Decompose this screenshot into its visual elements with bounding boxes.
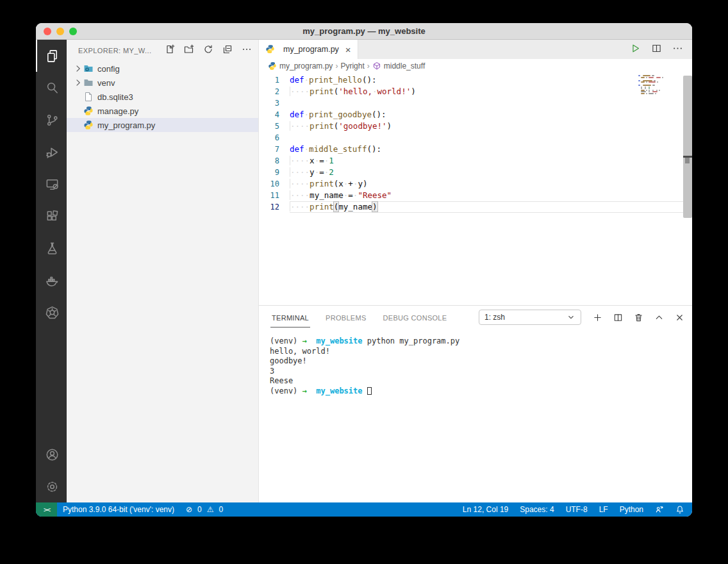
- remote-explorer-icon[interactable]: [36, 168, 67, 200]
- line-number: 12: [259, 201, 290, 213]
- code-line[interactable]: 4def·print_goodbye():: [259, 109, 692, 120]
- new-file-icon[interactable]: [165, 44, 175, 57]
- file-tree-item-manage.py[interactable]: manage.py: [67, 104, 258, 118]
- more-actions-icon[interactable]: [672, 43, 683, 56]
- refresh-icon[interactable]: [203, 44, 213, 57]
- breadcrumb-item[interactable]: Pyright: [340, 62, 364, 70]
- line-number: 11: [259, 190, 290, 201]
- code-line[interactable]: 11····my_name·=·"Reese": [259, 190, 692, 201]
- panel-tabs: TERMINAL PROBLEMS DEBUG CONSOLE: [270, 308, 448, 328]
- scrollbar-handle[interactable]: [685, 158, 690, 163]
- terminal-text: goodbye!: [270, 356, 307, 365]
- docker-icon[interactable]: [36, 264, 67, 296]
- terminal-line: goodbye!: [270, 356, 692, 367]
- new-folder-icon[interactable]: [184, 44, 194, 57]
- more-actions-icon[interactable]: [242, 44, 252, 57]
- explorer-icon[interactable]: [36, 40, 67, 72]
- maximize-panel-icon[interactable]: [654, 313, 664, 322]
- file-name: config: [97, 64, 120, 74]
- breadcrumb: my_program.py›Pyright›middle_stuff: [259, 59, 692, 73]
- file-tree-item-config[interactable]: config: [67, 62, 258, 76]
- close-panel-icon[interactable]: [675, 313, 684, 322]
- code-text: def·middle_stuff():: [290, 144, 692, 155]
- extensions-icon[interactable]: [36, 200, 67, 232]
- kill-terminal-icon[interactable]: [634, 313, 643, 322]
- indentation-status[interactable]: Spaces: 4: [514, 505, 559, 514]
- code-editor[interactable]: 1def·print_hello():2····print('hello,·wo…: [259, 73, 692, 305]
- file-name: my_program.py: [97, 120, 155, 130]
- code-line[interactable]: 3: [259, 97, 692, 109]
- chevron-right-icon[interactable]: [73, 63, 83, 74]
- testing-icon[interactable]: [36, 232, 67, 264]
- activity-bar: [36, 40, 67, 502]
- minimap[interactable]: [638, 75, 678, 94]
- code-line[interactable]: 12····print(my_name): [259, 201, 692, 213]
- code-line[interactable]: 2····print('hello,·world!'): [259, 86, 692, 97]
- tab-terminal[interactable]: TERMINAL: [270, 308, 310, 328]
- folder-config-icon: [83, 63, 94, 74]
- accounts-icon[interactable]: [36, 438, 67, 470]
- terminal-picker-dropdown[interactable]: 1: zsh: [479, 310, 581, 325]
- explorer-actions: [165, 44, 252, 57]
- source-control-icon[interactable]: [36, 104, 67, 136]
- tab-label: my_program.py: [283, 45, 339, 54]
- line-number: 1: [259, 74, 290, 86]
- code-line[interactable]: 10····print(x·+·y): [259, 178, 692, 190]
- encoding-status[interactable]: UTF-8: [560, 505, 593, 514]
- code-text: ····x·=·1: [290, 155, 692, 167]
- terminal-text: (venv): [270, 336, 302, 345]
- chevron-right-icon[interactable]: [73, 78, 83, 88]
- terminal-text: my_website: [316, 386, 362, 395]
- search-icon[interactable]: [36, 72, 67, 104]
- cursor-position-status[interactable]: Ln 12, Col 19: [457, 505, 514, 514]
- run-icon[interactable]: [630, 43, 641, 56]
- code-line[interactable]: 1def·print_hello():: [259, 74, 692, 86]
- tab-my-program[interactable]: my_program.py ×: [259, 40, 358, 59]
- file-tree: configvenvdb.sqlite3manage.pymy_program.…: [67, 62, 258, 132]
- file-tree-item-my_program.py[interactable]: my_program.py: [67, 118, 258, 132]
- problems-status[interactable]: ⊘ 0 ⚠ 0: [180, 505, 229, 514]
- breadcrumb-item[interactable]: my_program.py: [279, 62, 333, 70]
- vscode-window: my_program.py — my_website EXPLORER: MY_…: [36, 23, 692, 517]
- terminal-text: (venv): [270, 386, 302, 395]
- code-line[interactable]: 7def·middle_stuff():: [259, 144, 692, 155]
- python-file-icon: [265, 44, 276, 54]
- breadcrumb-separator: ›: [335, 62, 338, 70]
- terminal-output[interactable]: (venv) → my_website python my_program.py…: [259, 329, 692, 502]
- new-terminal-icon[interactable]: [593, 313, 602, 322]
- remote-indicator[interactable]: ><: [36, 502, 57, 517]
- split-terminal-icon[interactable]: [613, 313, 623, 322]
- kubernetes-icon[interactable]: [36, 296, 67, 328]
- file-tree-item-venv[interactable]: venv: [67, 76, 258, 90]
- code-line[interactable]: 5····print('goodbye!'): [259, 120, 692, 132]
- eol-status[interactable]: LF: [593, 505, 614, 514]
- terminal-text: hello, world!: [270, 347, 330, 356]
- breadcrumb-item[interactable]: middle_stuff: [384, 62, 425, 70]
- terminal-text: →: [302, 336, 307, 345]
- editor-group: my_program.py × my_program.py›Pyright›mi…: [259, 40, 692, 502]
- code-text: ····print('goodbye!'): [290, 120, 692, 132]
- file-tree-item-db.sqlite3[interactable]: db.sqlite3: [67, 90, 258, 104]
- python-interpreter-status[interactable]: Python 3.9.0 64-bit ('venv': venv): [57, 505, 180, 514]
- tab-problems[interactable]: PROBLEMS: [324, 308, 368, 328]
- collapse-all-icon[interactable]: [222, 44, 233, 57]
- close-tab-icon[interactable]: ×: [345, 45, 351, 54]
- file-name: db.sqlite3: [97, 92, 133, 102]
- code-text: ····print(my_name): [290, 201, 692, 213]
- language-mode-status[interactable]: Python: [614, 505, 649, 514]
- notifications-bell-icon[interactable]: [670, 505, 692, 514]
- code-text: [290, 132, 692, 144]
- code-line[interactable]: 8····x·=·1: [259, 155, 692, 167]
- feedback-icon[interactable]: [649, 505, 670, 514]
- minimap-line: [638, 93, 678, 95]
- settings-icon[interactable]: [36, 470, 67, 502]
- code-line[interactable]: 9····y·=·2: [259, 167, 692, 178]
- editor-scrollbar[interactable]: [683, 76, 692, 218]
- terminal-line: (venv) → my_website python my_program.py: [270, 336, 692, 347]
- tab-debug-console[interactable]: DEBUG CONSOLE: [382, 308, 449, 328]
- run-debug-icon[interactable]: [36, 136, 67, 168]
- code-line[interactable]: 6: [259, 132, 692, 144]
- line-number: 2: [259, 86, 290, 97]
- tab-bar: my_program.py ×: [259, 40, 692, 59]
- split-editor-icon[interactable]: [651, 43, 662, 56]
